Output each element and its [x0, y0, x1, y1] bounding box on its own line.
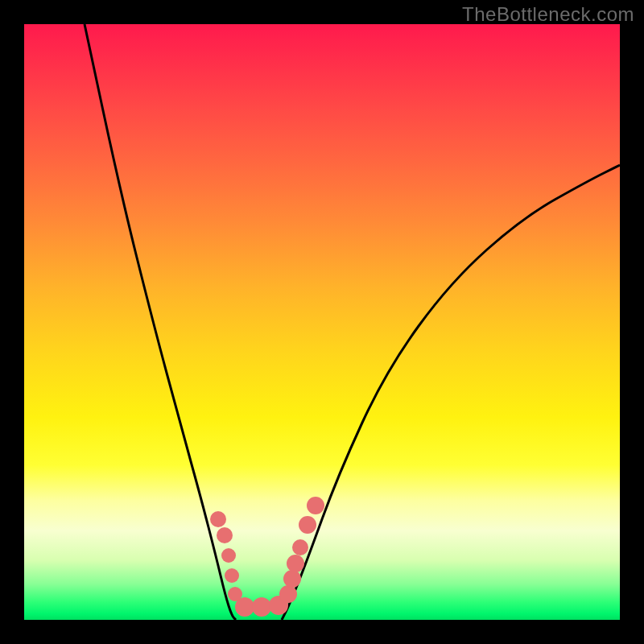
plot-area: [24, 24, 620, 620]
marker-dot: [225, 568, 239, 583]
marker-dot: [287, 555, 304, 572]
marker-dot: [217, 527, 233, 543]
marker-dot: [235, 597, 254, 617]
chart-frame: TheBottleneck.com: [0, 0, 644, 644]
left-curve: [85, 24, 236, 620]
right-curve: [282, 165, 620, 620]
curve-svg: [24, 24, 620, 620]
marker-dot: [279, 585, 297, 603]
marker-dot: [210, 511, 226, 527]
marker-dot: [283, 570, 301, 588]
watermark-text: TheBottleneck.com: [462, 3, 634, 26]
marker-dot: [221, 548, 236, 563]
marker-dot: [307, 497, 324, 514]
marker-dot: [252, 597, 271, 617]
marker-dot: [292, 539, 308, 555]
marker-dot: [299, 516, 316, 534]
